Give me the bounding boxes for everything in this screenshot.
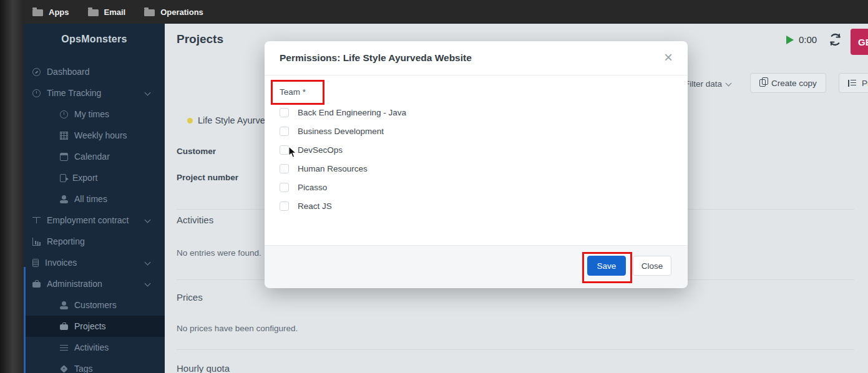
team-checkbox-row[interactable]: Business Development bbox=[280, 122, 384, 140]
demo-button[interactable]: GE bbox=[851, 29, 868, 55]
project-view-button[interactable]: Proje bbox=[839, 73, 868, 93]
folder-icon bbox=[144, 9, 155, 16]
calendar-icon bbox=[60, 153, 68, 161]
brand-logo[interactable]: OpsMonsters bbox=[24, 34, 165, 45]
sidebar-item-all-times[interactable]: All times bbox=[24, 188, 165, 210]
team-checkbox-row[interactable]: Back End Engineering - Java bbox=[280, 103, 406, 122]
sidebar-item-dashboard[interactable]: Dashboard bbox=[24, 61, 165, 82]
team-field-label: Team * bbox=[280, 87, 306, 97]
table-icon bbox=[60, 132, 68, 140]
save-button[interactable]: Save bbox=[587, 256, 626, 276]
sidebar-item-time-tracking[interactable]: Time Tracking bbox=[24, 82, 165, 104]
bookmark-operations[interactable]: Operations bbox=[144, 7, 203, 17]
team-checkbox-row[interactable]: Picasso bbox=[280, 178, 327, 196]
create-copy-button[interactable]: Create copy bbox=[750, 73, 826, 93]
sidebar-item-administration[interactable]: Administration bbox=[24, 273, 165, 294]
project-number-label: Project number bbox=[177, 173, 238, 182]
bookmark-label: Operations bbox=[160, 7, 203, 17]
team-checkbox-row[interactable]: React JS bbox=[280, 196, 332, 215]
sidebar-item-activities[interactable]: Activities bbox=[24, 337, 165, 358]
activities-heading: Activities bbox=[177, 215, 213, 225]
briefcase-icon bbox=[32, 282, 41, 288]
checkbox[interactable] bbox=[280, 201, 289, 211]
timer-value: 0:00 bbox=[799, 34, 817, 45]
permissions-modal: Permissions: Life Style Ayurveda Website… bbox=[265, 41, 688, 288]
sidebar-item-export[interactable]: Export bbox=[24, 167, 165, 188]
close-icon[interactable]: × bbox=[661, 41, 675, 74]
sidebar-item-customers[interactable]: Customers bbox=[24, 294, 165, 316]
sidebar-item-weekly-hours[interactable]: Weekly hours bbox=[24, 125, 165, 146]
prices-empty-text: No prices have been configured. bbox=[177, 324, 298, 333]
clock-icon bbox=[60, 110, 68, 119]
checkbox[interactable] bbox=[280, 145, 289, 155]
chevron-down-icon bbox=[145, 259, 151, 266]
desktop-edge-strip bbox=[0, 0, 24, 373]
folder-icon bbox=[32, 9, 43, 16]
team-checkbox-row[interactable]: DevSecOps bbox=[280, 140, 343, 159]
bookmark-label: Apps bbox=[49, 7, 69, 17]
chevron-down-icon bbox=[145, 90, 151, 96]
customer-label: Customer bbox=[177, 147, 216, 156]
dashboard-icon bbox=[32, 68, 41, 76]
prices-heading: Prices bbox=[177, 292, 203, 303]
modal-title: Permissions: Life Style Ayurveda Website bbox=[280, 41, 472, 75]
bookmark-label: Email bbox=[104, 7, 126, 17]
tag-icon bbox=[60, 365, 68, 373]
checkbox[interactable] bbox=[280, 108, 289, 117]
sidebar-item-reporting[interactable]: Reporting bbox=[24, 231, 165, 252]
copy-icon bbox=[759, 79, 766, 87]
bookmark-bar: Apps Email Operations bbox=[0, 0, 868, 24]
play-icon bbox=[786, 36, 794, 44]
page-title: Projects bbox=[177, 32, 223, 46]
sidebar-item-tags[interactable]: Tags bbox=[24, 358, 165, 373]
bookmark-apps[interactable]: Apps bbox=[32, 7, 69, 17]
details-list-icon bbox=[848, 79, 856, 87]
activities-empty-text: No entries were found. bbox=[177, 248, 261, 258]
refresh-button[interactable] bbox=[829, 33, 842, 49]
close-button[interactable]: Close bbox=[633, 256, 671, 276]
checkbox[interactable] bbox=[280, 127, 289, 136]
chart-icon bbox=[32, 238, 41, 246]
visibility-dot-icon bbox=[187, 118, 193, 124]
users-icon bbox=[60, 301, 68, 309]
hourly-quota-heading: Hourly quota bbox=[177, 363, 230, 373]
sidebar: OpsMonsters Dashboard Time Tracking My t… bbox=[24, 24, 165, 373]
chevron-down-icon bbox=[145, 217, 151, 223]
app-screen: Apps Email Operations OpsMonsters Dashbo… bbox=[0, 0, 868, 373]
checkbox[interactable] bbox=[280, 164, 289, 173]
briefcase-icon bbox=[60, 324, 68, 330]
active-section-indicator bbox=[24, 267, 26, 373]
sidebar-item-projects[interactable]: Projects bbox=[24, 316, 165, 337]
section-divider bbox=[177, 349, 854, 350]
chevron-down-icon bbox=[145, 281, 151, 287]
bookmark-email[interactable]: Email bbox=[88, 7, 126, 17]
sidebar-item-employment-contract[interactable]: Employment contract bbox=[24, 210, 165, 231]
clock-icon bbox=[32, 89, 41, 97]
sidebar-nav: Dashboard Time Tracking My times Weekly … bbox=[24, 61, 165, 373]
timer-widget[interactable]: 0:00 bbox=[786, 34, 817, 45]
invoice-icon bbox=[32, 259, 39, 267]
list-icon bbox=[60, 344, 68, 352]
sidebar-item-invoices[interactable]: Invoices bbox=[24, 252, 165, 273]
team-checkbox-row[interactable]: Human Resources bbox=[280, 159, 368, 178]
checkbox[interactable] bbox=[280, 183, 289, 192]
sidebar-item-my-times[interactable]: My times bbox=[24, 104, 165, 125]
modal-header: Permissions: Life Style Ayurveda Website… bbox=[265, 41, 688, 75]
folder-icon bbox=[88, 9, 99, 16]
export-icon bbox=[60, 174, 66, 182]
users-icon bbox=[60, 195, 68, 203]
refresh-icon bbox=[829, 33, 842, 46]
filter-data-dropdown[interactable]: Filter data bbox=[685, 79, 731, 89]
chevron-down-icon bbox=[726, 80, 732, 86]
scales-icon bbox=[32, 216, 41, 225]
sidebar-item-calendar[interactable]: Calendar bbox=[24, 146, 165, 167]
